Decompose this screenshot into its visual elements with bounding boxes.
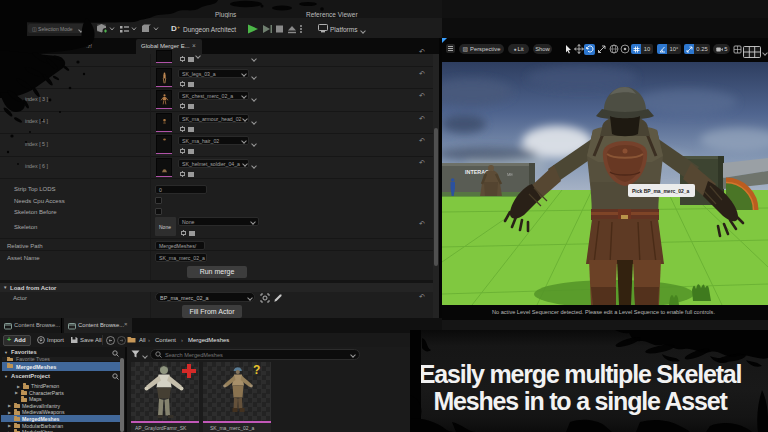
svg-text:ME: ME [507, 172, 513, 177]
svg-text:Pick BP_ma_merc_02_a: Pick BP_ma_merc_02_a [632, 188, 689, 194]
